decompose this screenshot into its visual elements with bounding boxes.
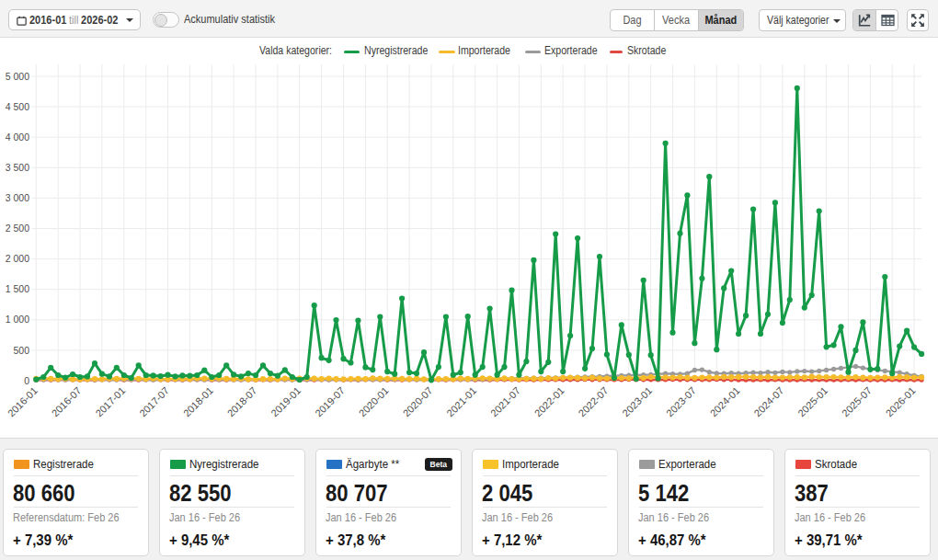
svg-text:2 500: 2 500 (6, 223, 29, 234)
svg-text:2016-07: 2016-07 (50, 384, 84, 418)
svg-text:2019-07: 2019-07 (313, 384, 347, 418)
svg-text:2023-07: 2023-07 (664, 384, 698, 418)
svg-text:2022-01: 2022-01 (532, 384, 566, 418)
svg-text:3 000: 3 000 (6, 192, 29, 203)
svg-text:2018-01: 2018-01 (181, 384, 215, 418)
svg-text:4 500: 4 500 (6, 101, 29, 112)
svg-text:2019-01: 2019-01 (269, 384, 303, 418)
svg-text:2022-07: 2022-07 (576, 384, 610, 418)
svg-text:1 500: 1 500 (6, 283, 29, 294)
svg-text:2018-07: 2018-07 (225, 384, 259, 418)
svg-text:2020-01: 2020-01 (357, 384, 391, 418)
svg-text:2017-07: 2017-07 (137, 384, 171, 418)
svg-text:2 000: 2 000 (6, 253, 29, 264)
svg-text:2025-01: 2025-01 (795, 384, 829, 418)
svg-text:3 500: 3 500 (6, 162, 29, 173)
svg-text:5 000: 5 000 (6, 71, 29, 82)
svg-text:0: 0 (24, 375, 29, 386)
svg-text:2016-01: 2016-01 (6, 384, 40, 418)
svg-text:2024-07: 2024-07 (751, 384, 785, 418)
svg-text:4 000: 4 000 (6, 131, 29, 143)
svg-text:2017-01: 2017-01 (93, 384, 127, 418)
svg-text:2026-01: 2026-01 (884, 384, 918, 418)
svg-text:2021-01: 2021-01 (444, 384, 478, 418)
svg-text:2024-01: 2024-01 (708, 384, 742, 418)
svg-text:2020-07: 2020-07 (401, 384, 435, 418)
svg-text:500: 500 (13, 345, 29, 356)
svg-text:2025-07: 2025-07 (840, 384, 874, 418)
svg-text:2021-07: 2021-07 (488, 384, 522, 418)
svg-text:2023-01: 2023-01 (620, 384, 654, 418)
svg-text:1 000: 1 000 (6, 314, 29, 325)
